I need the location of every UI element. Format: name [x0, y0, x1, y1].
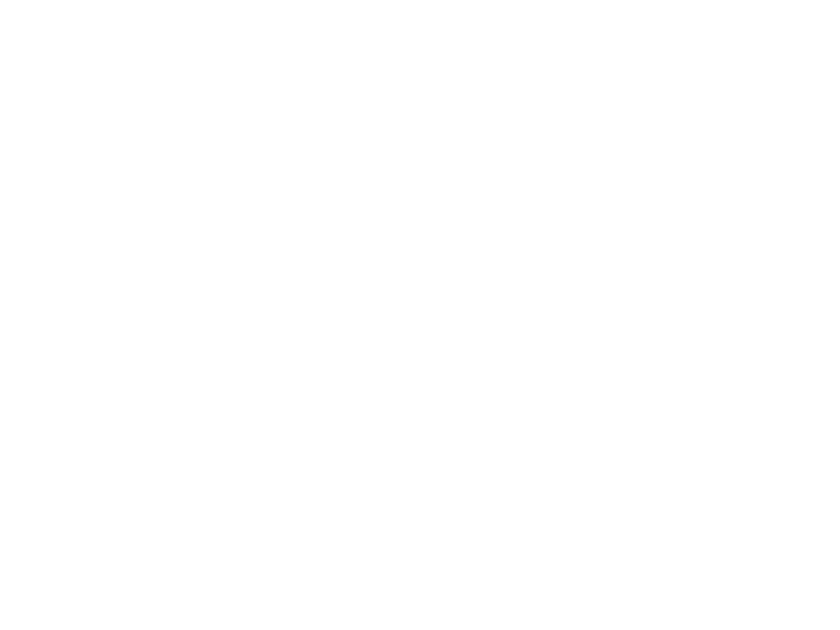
diagram [0, 0, 840, 630]
